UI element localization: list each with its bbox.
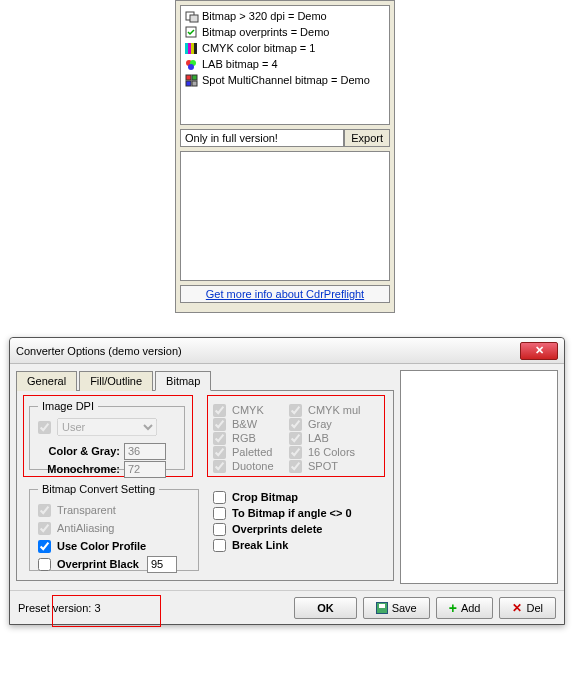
to-bitmap-angle-checkbox[interactable] xyxy=(213,507,226,520)
rgb-label: RGB xyxy=(232,432,256,444)
svg-rect-12 xyxy=(186,81,191,86)
export-preview-area xyxy=(180,151,390,281)
break-link-checkbox[interactable] xyxy=(213,539,226,552)
spot-checkbox[interactable] xyxy=(289,460,302,473)
lab-swatch-icon xyxy=(185,58,199,71)
list-item-label: CMYK color bitmap = 1 xyxy=(202,42,315,54)
overprint-black-checkbox[interactable] xyxy=(38,558,51,571)
duotone-checkbox[interactable] xyxy=(213,460,226,473)
info-link-row: Get more info about CdrPreflight xyxy=(180,285,390,303)
gray-label: Gray xyxy=(308,418,332,430)
svg-rect-10 xyxy=(186,75,191,80)
list-item[interactable]: CMYK color bitmap = 1 xyxy=(185,40,385,56)
svg-point-9 xyxy=(188,64,194,70)
close-button[interactable]: ✕ xyxy=(520,342,558,360)
close-icon: ✕ xyxy=(535,344,544,357)
colors16-checkbox[interactable] xyxy=(289,446,302,459)
monochrome-label: Monochrome: xyxy=(38,463,120,475)
gray-checkbox[interactable] xyxy=(289,418,302,431)
use-color-profile-checkbox[interactable] xyxy=(38,540,51,553)
cdrpreflight-panel: Bitmap > 320 dpi = Demo Bitmap overprint… xyxy=(175,0,395,313)
export-button[interactable]: Export xyxy=(344,129,390,147)
preview-area xyxy=(400,370,558,584)
add-button[interactable]: +Add xyxy=(436,597,494,619)
break-link-label: Break Link xyxy=(232,539,288,551)
transparent-label: Transparent xyxy=(57,504,116,516)
transparent-checkbox[interactable] xyxy=(38,504,51,517)
spot-label: SPOT xyxy=(308,460,338,472)
plus-icon: + xyxy=(449,600,457,616)
list-item-label: Bitmap > 320 dpi = Demo xyxy=(202,10,327,22)
list-item[interactable]: Bitmap overprints = Demo xyxy=(185,24,385,40)
save-icon xyxy=(376,602,388,614)
color-gray-field[interactable] xyxy=(124,443,166,460)
dpi-mode-select[interactable]: User xyxy=(57,418,157,436)
paletted-checkbox[interactable] xyxy=(213,446,226,459)
x-icon: ✕ xyxy=(512,601,522,615)
converter-options-dialog: Converter Options (demo version) ✕ Gener… xyxy=(9,337,565,625)
ok-button[interactable]: OK xyxy=(294,597,357,619)
lab-checkbox[interactable] xyxy=(289,432,302,445)
colors16-label: 16 Colors xyxy=(308,446,355,458)
only-full-version-label: Only in full version! xyxy=(180,129,344,147)
overprints-delete-checkbox[interactable] xyxy=(213,523,226,536)
cmyk-checkbox[interactable] xyxy=(213,404,226,417)
crop-bitmap-label: Crop Bitmap xyxy=(232,491,298,503)
titlebar[interactable]: Converter Options (demo version) ✕ xyxy=(10,338,564,364)
image-dpi-enable-checkbox[interactable] xyxy=(38,421,51,434)
bw-checkbox[interactable] xyxy=(213,418,226,431)
dialog-footer: Preset version: 3 OK Save +Add ✕Del xyxy=(10,590,564,624)
cmyk-mul-label: CMYK mul xyxy=(308,404,361,416)
paletted-label: Paletted xyxy=(232,446,272,458)
svg-rect-6 xyxy=(194,43,197,54)
list-item-label: LAB bitmap = 4 xyxy=(202,58,278,70)
tab-general[interactable]: General xyxy=(16,371,77,391)
lab-label: LAB xyxy=(308,432,329,444)
svg-rect-5 xyxy=(191,43,194,54)
cmyk-label: CMYK xyxy=(232,404,264,416)
crop-bitmap-checkbox[interactable] xyxy=(213,491,226,504)
bitmap-item-list: Bitmap > 320 dpi = Demo Bitmap overprint… xyxy=(180,5,390,125)
more-info-link[interactable]: Get more info about CdrPreflight xyxy=(206,288,364,300)
image-dpi-group: Image DPI User Color & Gray: Monochrome: xyxy=(29,400,185,470)
bw-label: B&W xyxy=(232,418,257,430)
bitmap-link-icon xyxy=(185,26,199,39)
tab-fill-outline[interactable]: Fill/Outline xyxy=(79,371,153,391)
del-button[interactable]: ✕Del xyxy=(499,597,556,619)
save-button[interactable]: Save xyxy=(363,597,430,619)
overprint-black-label: Overprint Black xyxy=(57,558,139,570)
list-item[interactable]: LAB bitmap = 4 xyxy=(185,56,385,72)
convert-setting-legend: Bitmap Convert Setting xyxy=(38,483,159,495)
antialiasing-label: AntiAliasing xyxy=(57,522,114,534)
cmyk-swatch-icon xyxy=(185,42,199,55)
image-dpi-legend: Image DPI xyxy=(38,400,98,412)
list-item[interactable]: Spot MultiChannel bitmap = Demo xyxy=(185,72,385,88)
overprint-black-field[interactable] xyxy=(147,556,177,573)
to-bitmap-angle-label: To Bitmap if angle <> 0 xyxy=(232,507,352,519)
tabs: General Fill/Outline Bitmap xyxy=(16,370,394,391)
list-item-label: Spot MultiChannel bitmap = Demo xyxy=(202,74,370,86)
colorspace-grid: CMYK CMYK mul B&W Gray RGB LAB Paletted … xyxy=(213,403,373,473)
duotone-label: Duotone xyxy=(232,460,274,472)
list-item-label: Bitmap overprints = Demo xyxy=(202,26,329,38)
bitmap-convert-setting-group: Bitmap Convert Setting Transparent AntiA… xyxy=(29,483,199,571)
cmyk-mul-checkbox[interactable] xyxy=(289,404,302,417)
monochrome-field[interactable] xyxy=(124,461,166,478)
list-item[interactable]: Bitmap > 320 dpi = Demo xyxy=(185,8,385,24)
multichannel-icon xyxy=(185,74,199,87)
bitmap-right-options: Crop Bitmap To Bitmap if angle <> 0 Over… xyxy=(213,489,352,553)
window-title: Converter Options (demo version) xyxy=(16,345,520,357)
antialiasing-checkbox[interactable] xyxy=(38,522,51,535)
bitmap-resize-icon xyxy=(185,10,199,23)
color-gray-label: Color & Gray: xyxy=(38,445,120,457)
svg-rect-13 xyxy=(192,81,197,86)
tab-bitmap[interactable]: Bitmap xyxy=(155,371,211,391)
svg-rect-11 xyxy=(192,75,197,80)
svg-rect-1 xyxy=(190,15,198,22)
rgb-checkbox[interactable] xyxy=(213,432,226,445)
svg-rect-3 xyxy=(185,43,188,54)
preset-version-label: Preset version: 3 xyxy=(18,602,101,614)
bitmap-tab-panel: Image DPI User Color & Gray: Monochrome: xyxy=(16,391,394,581)
overprints-delete-label: Overprints delete xyxy=(232,523,322,535)
use-color-profile-label: Use Color Profile xyxy=(57,540,146,552)
